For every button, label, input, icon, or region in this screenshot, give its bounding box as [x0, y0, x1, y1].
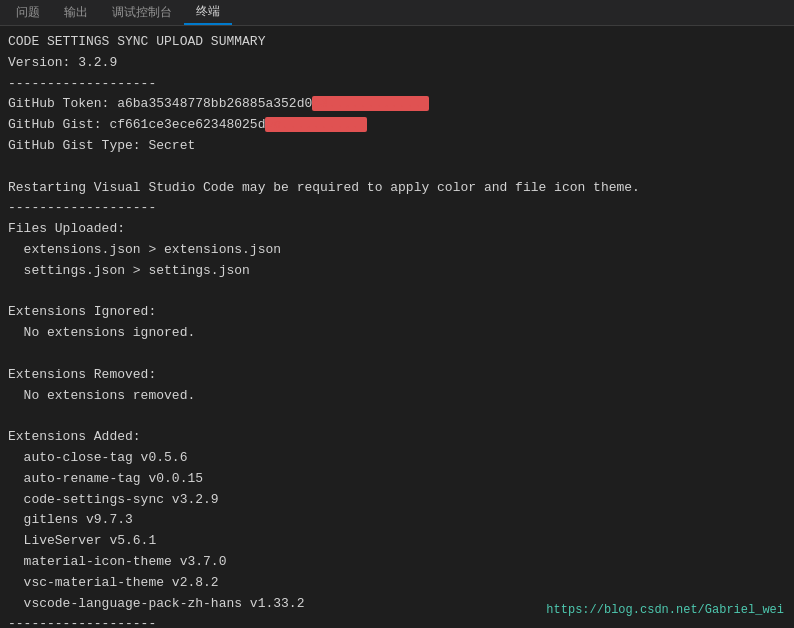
tab-output[interactable]: 输出 — [52, 0, 100, 25]
line-14: Extensions Ignored: — [8, 302, 786, 323]
line-16 — [8, 344, 786, 365]
line-25: LiveServer v5.6.1 — [8, 531, 786, 552]
line-5: GitHub Gist: cf661ce3ece62348025dec.....… — [8, 115, 786, 136]
line-3: ------------------- — [8, 74, 786, 95]
terminal-content: CODE SETTINGS SYNC UPLOAD SUMMARY Versio… — [0, 26, 794, 628]
tab-debug-console[interactable]: 调试控制台 — [100, 0, 184, 25]
line-26: material-icon-theme v3.7.0 — [8, 552, 786, 573]
line-6: GitHub Gist Type: Secret — [8, 136, 786, 157]
line-23: code-settings-sync v3.2.9 — [8, 490, 786, 511]
gist-redacted: ec........... — [265, 117, 366, 132]
line-10: Files Uploaded: — [8, 219, 786, 240]
line-15: No extensions ignored. — [8, 323, 786, 344]
line-7 — [8, 157, 786, 178]
line-8: Restarting Visual Studio Code may be req… — [8, 178, 786, 199]
tab-bar: 问题 输出 调试控制台 终端 — [0, 0, 794, 26]
line-27: vsc-material-theme v2.8.2 — [8, 573, 786, 594]
line-13 — [8, 282, 786, 303]
token-redacted: b3............. — [312, 96, 429, 111]
line-18: No extensions removed. — [8, 386, 786, 407]
tab-issues[interactable]: 问题 — [4, 0, 52, 25]
line-9: ------------------- — [8, 198, 786, 219]
line-17: Extensions Removed: — [8, 365, 786, 386]
blog-link[interactable]: https://blog.csdn.net/Gabriel_wei — [546, 601, 784, 620]
line-12: settings.json > settings.json — [8, 261, 786, 282]
line-4: GitHub Token: a6ba35348778bb26885a352d0b… — [8, 94, 786, 115]
line-19 — [8, 406, 786, 427]
line-11: extensions.json > extensions.json — [8, 240, 786, 261]
tab-terminal[interactable]: 终端 — [184, 0, 232, 25]
line-22: auto-rename-tag v0.0.15 — [8, 469, 786, 490]
line-21: auto-close-tag v0.5.6 — [8, 448, 786, 469]
line-2: Version: 3.2.9 — [8, 53, 786, 74]
line-1: CODE SETTINGS SYNC UPLOAD SUMMARY — [8, 32, 786, 53]
line-24: gitlens v9.7.3 — [8, 510, 786, 531]
line-20: Extensions Added: — [8, 427, 786, 448]
